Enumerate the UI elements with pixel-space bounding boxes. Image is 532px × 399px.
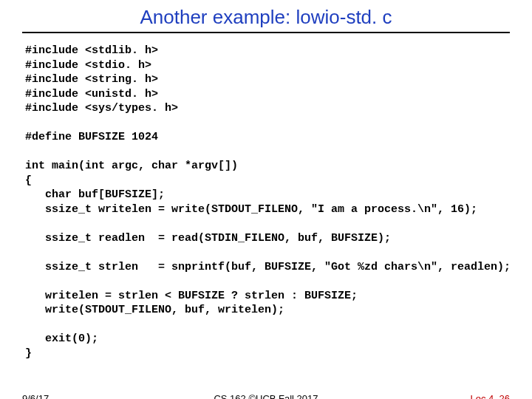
- slide: Another example: lowio-std. c #include <…: [0, 0, 532, 399]
- code-block: #include <stdlib. h> #include <stdio. h>…: [0, 44, 532, 361]
- footer-lecture: Lec 4. 26: [471, 393, 511, 399]
- title-underline: [22, 32, 510, 33]
- footer-course: CS 162 ©UCB Fall 2017: [0, 393, 532, 399]
- slide-title: Another example: lowio-std. c: [0, 0, 532, 32]
